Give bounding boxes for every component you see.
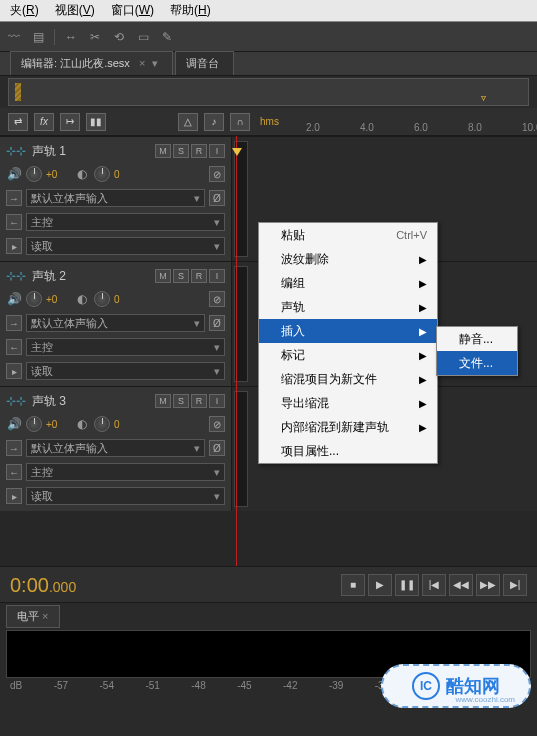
tab-editor-filename: 江山此夜.sesx xyxy=(60,57,130,69)
tool-slip-icon[interactable]: ⟲ xyxy=(111,29,127,45)
chevron-right-icon: ▶ xyxy=(419,422,427,433)
submenu-silence[interactable]: 静音... xyxy=(437,327,517,351)
input-config-button[interactable]: Ø xyxy=(209,315,225,331)
go-end-button[interactable]: ▶| xyxy=(503,574,527,596)
phase-button[interactable]: ⊘ xyxy=(209,291,225,307)
tool-sends-icon[interactable]: ↦ xyxy=(60,113,80,131)
automation-mode-dropdown[interactable]: 读取▾ xyxy=(26,487,225,505)
input-dropdown[interactable]: 默认立体声输入▾ xyxy=(26,189,205,207)
pan-value[interactable]: 0 xyxy=(114,294,138,305)
stop-button[interactable]: ■ xyxy=(341,574,365,596)
monitor-button[interactable]: I xyxy=(209,269,225,283)
submenu-file[interactable]: 文件... xyxy=(437,351,517,375)
record-button[interactable]: R xyxy=(191,144,207,158)
tool-eq-icon[interactable]: ▮▮ xyxy=(86,113,106,131)
solo-button[interactable]: S xyxy=(173,394,189,408)
monitor-button[interactable]: I xyxy=(209,394,225,408)
solo-button[interactable]: S xyxy=(173,269,189,283)
automation-toggle-icon[interactable]: ▸ xyxy=(6,488,22,504)
timeline-overview[interactable]: ▿ xyxy=(8,78,529,106)
volume-knob[interactable] xyxy=(26,416,42,432)
tool-waveform-icon[interactable]: 〰 xyxy=(6,29,22,45)
play-button[interactable]: ▶ xyxy=(368,574,392,596)
mute-button[interactable]: M xyxy=(155,144,171,158)
track-name[interactable]: 声轨 3 xyxy=(32,393,149,410)
tab-menu-icon[interactable]: ▾ xyxy=(152,57,158,69)
input-dropdown[interactable]: 默认立体声输入▾ xyxy=(26,439,205,457)
tool-global-lock-icon[interactable]: ⇄ xyxy=(8,113,28,131)
output-dropdown[interactable]: 主控▾ xyxy=(26,338,225,356)
db-label: -45 xyxy=(237,680,251,691)
pan-knob[interactable] xyxy=(94,166,110,182)
ctx-track[interactable]: 声轨▶ xyxy=(259,295,437,319)
tool-brush-icon[interactable]: ✎ xyxy=(159,29,175,45)
ctx-mixdown-newfile[interactable]: 缩混项目为新文件▶ xyxy=(259,367,437,391)
pan-value[interactable]: 0 xyxy=(114,419,138,430)
ctx-bounce-newtrack[interactable]: 内部缩混到新建声轨▶ xyxy=(259,415,437,439)
go-start-button[interactable]: |◀ xyxy=(422,574,446,596)
automation-toggle-icon[interactable]: ▸ xyxy=(6,238,22,254)
menu-help[interactable]: 帮助(H) xyxy=(164,0,217,21)
tool-multitrack-icon[interactable]: ▤ xyxy=(30,29,46,45)
tool-metronome-icon[interactable]: △ xyxy=(178,113,198,131)
menu-clip[interactable]: 夹(R) xyxy=(4,0,45,21)
phase-button[interactable]: ⊘ xyxy=(209,166,225,182)
tool-snap-icon[interactable]: ∩ xyxy=(230,113,250,131)
automation-mode-dropdown[interactable]: 读取▾ xyxy=(26,237,225,255)
ctx-marker[interactable]: 标记▶ xyxy=(259,343,437,367)
pause-button[interactable]: ❚❚ xyxy=(395,574,419,596)
ctx-export-mixdown[interactable]: 导出缩混▶ xyxy=(259,391,437,415)
ctx-ripple-delete[interactable]: 波纹删除▶ xyxy=(259,247,437,271)
record-button[interactable]: R xyxy=(191,269,207,283)
input-dropdown[interactable]: 默认立体声输入▾ xyxy=(26,314,205,332)
pan-knob[interactable] xyxy=(94,416,110,432)
mute-button[interactable]: M xyxy=(155,394,171,408)
db-label: -51 xyxy=(145,680,159,691)
tool-fx-icon[interactable]: fx xyxy=(34,113,54,131)
track-name[interactable]: 声轨 1 xyxy=(32,143,149,160)
timecode-display[interactable]: 0:00.000 xyxy=(10,573,76,597)
tool-razor-icon[interactable]: ✂ xyxy=(87,29,103,45)
close-icon[interactable]: × xyxy=(42,610,48,622)
automation-toggle-icon[interactable]: ▸ xyxy=(6,363,22,379)
tab-editor[interactable]: 编辑器: 江山此夜.sesx × ▾ xyxy=(10,51,173,75)
volume-value[interactable]: +0 xyxy=(46,419,70,430)
menu-window[interactable]: 窗口(W) xyxy=(105,0,160,21)
record-button[interactable]: R xyxy=(191,394,207,408)
ctx-insert[interactable]: 插入▶ xyxy=(259,319,437,343)
tab-mixer[interactable]: 调音台 xyxy=(175,51,234,75)
ctx-project-properties[interactable]: 项目属性... xyxy=(259,439,437,463)
volume-knob[interactable] xyxy=(26,166,42,182)
track-msr-group: M S R I xyxy=(155,144,225,158)
output-dropdown[interactable]: 主控▾ xyxy=(26,463,225,481)
volume-value[interactable]: +0 xyxy=(46,294,70,305)
tool-countoff-icon[interactable]: ♪ xyxy=(204,113,224,131)
tab-close-icon[interactable]: × xyxy=(139,57,145,69)
time-ruler[interactable]: hms 2.0 4.0 6.0 8.0 10.0 xyxy=(256,108,529,135)
automation-mode-dropdown[interactable]: 读取▾ xyxy=(26,362,225,380)
phase-button[interactable]: ⊘ xyxy=(209,416,225,432)
volume-value[interactable]: +0 xyxy=(46,169,70,180)
chevron-down-icon: ▾ xyxy=(214,490,220,503)
level-tab[interactable]: 电平 × xyxy=(6,605,60,628)
pan-knob[interactable] xyxy=(94,291,110,307)
pan-value[interactable]: 0 xyxy=(114,169,138,180)
input-config-button[interactable]: Ø xyxy=(209,190,225,206)
track-name[interactable]: 声轨 2 xyxy=(32,268,149,285)
ctx-paste[interactable]: 粘贴Ctrl+V xyxy=(259,223,437,247)
ctx-group[interactable]: 编组▶ xyxy=(259,271,437,295)
tool-move-icon[interactable]: ↔ xyxy=(63,29,79,45)
volume-knob[interactable] xyxy=(26,291,42,307)
forward-button[interactable]: ▶▶ xyxy=(476,574,500,596)
output-dropdown[interactable]: 主控▾ xyxy=(26,213,225,231)
input-config-button[interactable]: Ø xyxy=(209,440,225,456)
playhead-indicator-icon[interactable] xyxy=(232,148,242,158)
menu-view[interactable]: 视图(V) xyxy=(49,0,101,21)
monitor-button[interactable]: I xyxy=(209,144,225,158)
ruler-tick: 6.0 xyxy=(414,122,428,133)
solo-button[interactable]: S xyxy=(173,144,189,158)
tool-select-icon[interactable]: ▭ xyxy=(135,29,151,45)
db-label: -42 xyxy=(283,680,297,691)
mute-button[interactable]: M xyxy=(155,269,171,283)
rewind-button[interactable]: ◀◀ xyxy=(449,574,473,596)
